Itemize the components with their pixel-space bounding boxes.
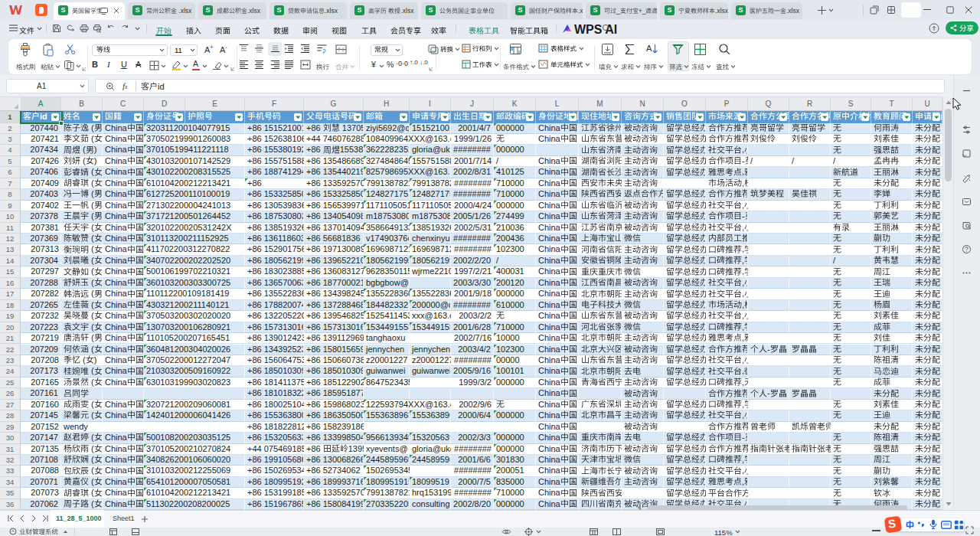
svg-text:A: A: [646, 44, 652, 53]
